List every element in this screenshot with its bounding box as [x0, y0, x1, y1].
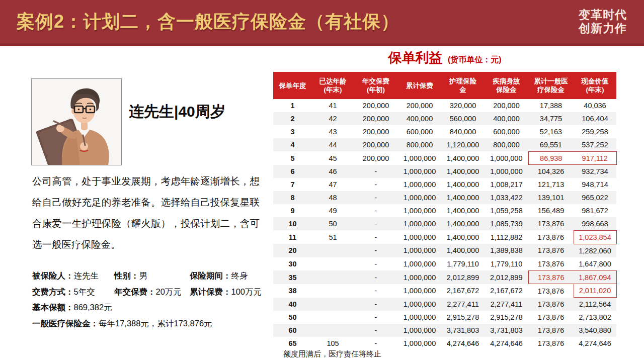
table-cell: 2,112,564: [574, 298, 616, 311]
table-cell: 173,876: [528, 270, 574, 284]
tagline-line-2: 创新力作: [579, 22, 627, 35]
column-header: 疾病身故 保险金: [485, 72, 528, 99]
table-row: 242200,000400,000560,000400,00034,775106…: [273, 112, 616, 125]
table-cell: -: [354, 217, 398, 230]
table-cell: 998,668: [574, 217, 616, 230]
detail-label: 年交保费：: [114, 287, 156, 296]
table-cell: 1,000,000: [398, 165, 441, 178]
table-cell: 173,876: [528, 230, 574, 244]
table-cell: 1,647,800: [574, 257, 616, 270]
table-cell: 34,775: [528, 112, 574, 125]
policy-details: 被保险人：连先生性别：男保险期间：终身交费方式：5年交年交保费：20万元累计保费…: [32, 268, 269, 331]
table-cell: -: [354, 298, 398, 311]
table-cell: 1,000,000: [398, 204, 441, 217]
detail-label: 保险期间：: [190, 271, 231, 280]
column-header: 护理保险 金: [441, 72, 485, 99]
policy-detail-item: 被保险人：连先生: [32, 268, 114, 284]
table-cell: 1,400,000: [441, 151, 485, 165]
table-row: 949-1,000,0001,400,0001,059,258156,48998…: [273, 204, 616, 217]
banner-tagline: 变革时代 创新力作: [579, 8, 627, 35]
table-cell: 104,326: [528, 165, 574, 178]
policy-detail-item: 累计保费：100万元: [190, 284, 262, 300]
policy-detail-item: 性别：男: [114, 268, 190, 284]
table-cell: 20: [273, 244, 312, 257]
table-cell: 106,404: [574, 112, 616, 125]
detail-value: 连先生: [74, 271, 99, 280]
table-cell: 173,876: [528, 311, 574, 324]
policy-detail-item: 一般医疗保险金：每年17,388元，累计173,876元: [32, 316, 212, 332]
table-cell: -: [354, 257, 398, 270]
table-cell: 35: [273, 270, 312, 284]
table-title: 保单利益: [388, 50, 442, 65]
detail-value: 5年交: [74, 287, 95, 296]
table-cell: 200,000: [354, 125, 398, 138]
table-cell: 1,400,000: [441, 217, 485, 230]
detail-value: 20万元: [156, 287, 182, 296]
table-cell: 173,876: [528, 244, 574, 257]
table-cell: 173,876: [528, 324, 574, 337]
table-cell: 5: [273, 151, 312, 165]
table-cell: 8: [273, 191, 312, 204]
insured-illustration: [31, 78, 122, 165]
table-cell: 320,000: [441, 99, 485, 112]
table-cell: 917,112: [574, 151, 616, 165]
table-cell: 4,274,646: [441, 337, 485, 350]
table-cell: 1,389,838: [485, 244, 528, 257]
table-cell: 43: [312, 125, 354, 138]
table-cell: 1,059,258: [485, 204, 528, 217]
table-cell: 2,167,672: [485, 284, 528, 298]
table-cell: 200,000: [398, 99, 441, 112]
column-header: 年交保费 (年初): [354, 72, 398, 99]
table-cell: -: [354, 230, 398, 244]
table-cell: 65: [273, 337, 312, 350]
tagline-line-1: 变革时代: [579, 8, 627, 22]
table-cell: 17,388: [528, 99, 574, 112]
table-cell: 1,000,000: [398, 324, 441, 337]
table-cell: 1,000,000: [398, 311, 441, 324]
table-cell: 259,258: [574, 125, 616, 138]
table-cell: 1,867,094: [574, 270, 616, 284]
table-cell: 2,915,278: [485, 311, 528, 324]
benefit-table: 保单年度已达年龄 (年末)年交保费 (年初)累计保费护理保险 金疾病身故 保险金…: [273, 72, 617, 350]
table-cell: 44: [312, 138, 354, 151]
table-cell: [312, 311, 354, 324]
table-cell: 1,000,000: [398, 217, 441, 230]
table-cell: 40,036: [574, 99, 616, 112]
table-cell: 800,000: [485, 138, 528, 151]
table-cell: 2,915,278: [441, 311, 485, 324]
table-cell: 932,734: [574, 165, 616, 178]
table-cell: 600,000: [485, 125, 528, 138]
policy-detail-item: 基本保额：869,382元: [32, 300, 112, 316]
table-cell: 1,400,000: [441, 178, 485, 191]
table-cell: 981,672: [574, 204, 616, 217]
table-row: 545200,0001,000,0001,400,0001,000,00086,…: [273, 151, 616, 165]
table-cell: 173,876: [528, 257, 574, 270]
table-row: 343200,000600,000840,000600,00052,163259…: [273, 125, 616, 138]
table-row: 60-1,000,0003,731,8033,731,803173,8763,5…: [273, 324, 616, 337]
table-row: 20-1,000,0001,400,0001,389,838173,8761,2…: [273, 244, 616, 257]
column-header: 已达年龄 (年末): [312, 72, 354, 99]
table-cell: 1,000,000: [398, 230, 441, 244]
table-cell: 2,277,411: [441, 298, 485, 311]
table-cell: 3,731,803: [485, 324, 528, 337]
table-cell: 2,713,802: [574, 311, 616, 324]
table-cell: 6: [273, 165, 312, 178]
column-header: 累计一般医 疗保险金: [528, 72, 574, 99]
table-cell: 1,000,000: [398, 298, 441, 311]
table-cell: 156,489: [528, 204, 574, 217]
table-cell: 2: [273, 112, 312, 125]
table-cell: -: [354, 284, 398, 298]
detail-label: 基本保额：: [32, 303, 74, 312]
table-cell: [312, 244, 354, 257]
table-cell: 60: [273, 324, 312, 337]
table-cell: 2,012,899: [441, 270, 485, 284]
table-cell: 600,000: [398, 125, 441, 138]
table-cell: 173,876: [528, 217, 574, 230]
table-cell: -: [354, 178, 398, 191]
table-cell: 48: [312, 191, 354, 204]
table-row: 35-1,000,0002,012,8992,012,899173,8761,8…: [273, 270, 616, 284]
table-row: 848-1,000,0001,400,0001,033,422139,10196…: [273, 191, 616, 204]
policy-detail-item: 年交保费：20万元: [114, 284, 190, 300]
table-cell: 105: [312, 337, 354, 350]
table-cell: [312, 257, 354, 270]
